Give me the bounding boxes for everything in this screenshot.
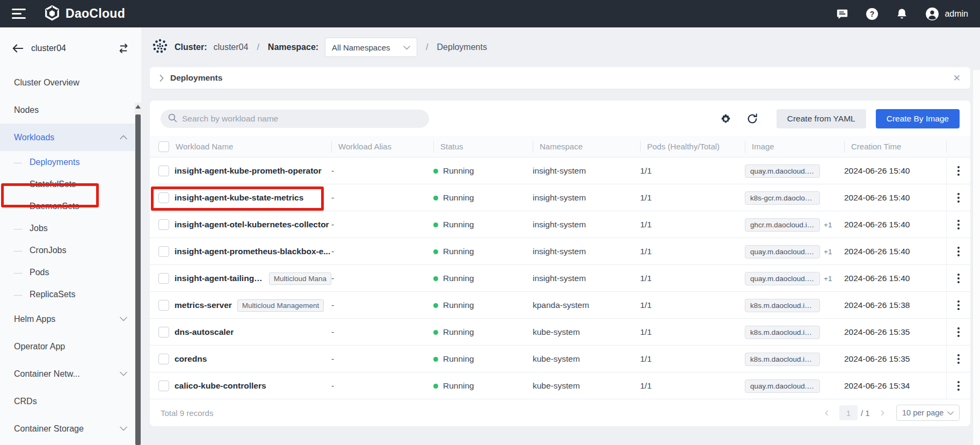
next-page-icon[interactable]: › bbox=[877, 407, 888, 419]
refresh-icon[interactable] bbox=[746, 113, 758, 125]
messages-icon[interactable] bbox=[836, 8, 848, 20]
sidebar-item-cluster-overview[interactable]: Cluster Overview bbox=[0, 69, 141, 96]
image-chip[interactable]: k8s.m.daocloud.io/metri... bbox=[745, 299, 820, 312]
image-chip[interactable]: quay.m.daocloud.io/... bbox=[745, 272, 820, 285]
workload-name[interactable]: metrics-server bbox=[175, 300, 232, 310]
sidebar-item-nodes[interactable]: Nodes bbox=[0, 96, 141, 124]
namespace-select[interactable]: All Namespaces bbox=[325, 38, 417, 57]
sidebar-item-cronjobs[interactable]: — CronJobs bbox=[0, 239, 141, 261]
create-by-image-button[interactable]: Create By Image bbox=[876, 109, 960, 128]
image-chip[interactable]: k8s-gcr.m.daocloud.io/k... bbox=[745, 191, 820, 205]
kebab-menu-icon[interactable] bbox=[955, 379, 962, 393]
row-checkbox[interactable] bbox=[158, 273, 169, 284]
col-workload-name[interactable]: Workload Name bbox=[175, 141, 331, 153]
sidebar-item-daemonsets[interactable]: — DaemonSets bbox=[0, 195, 141, 217]
workload-name[interactable]: insight-agent-kube-state-metrics bbox=[175, 193, 303, 203]
sidebar-item-container-netw[interactable]: Container Netw... bbox=[0, 360, 141, 387]
hamburger-menu-icon[interactable] bbox=[12, 9, 26, 19]
kebab-menu-icon[interactable] bbox=[955, 191, 962, 205]
table-row[interactable]: insight-agent-prometheus-blackbox-e... -… bbox=[150, 238, 970, 265]
workload-name[interactable]: insight-agent-tailing-... bbox=[175, 274, 264, 283]
prev-page-icon[interactable]: ‹ bbox=[822, 407, 832, 419]
row-checkbox[interactable] bbox=[158, 300, 169, 311]
select-all-checkbox[interactable] bbox=[158, 141, 169, 152]
brand[interactable]: DaoCloud bbox=[44, 5, 125, 23]
deployments-collapse-bar[interactable]: Deployments ✕ bbox=[150, 67, 970, 89]
image-chip[interactable]: quay.m.daocloud.io/pro... bbox=[745, 164, 820, 178]
sidebar-item-container-storage[interactable]: Container Storage bbox=[0, 415, 141, 442]
row-checkbox[interactable] bbox=[158, 192, 169, 203]
image-chip[interactable]: quay.m.daocloud.io/p... bbox=[745, 245, 820, 259]
create-from-yaml-button[interactable]: Create from YAML bbox=[776, 109, 866, 128]
row-checkbox[interactable] bbox=[158, 381, 169, 391]
sidebar-item-pods[interactable]: — Pods bbox=[0, 261, 141, 283]
page-number-input[interactable]: 1 bbox=[839, 405, 858, 420]
sidebar-item-replicasets[interactable]: — ReplicaSets bbox=[0, 283, 141, 305]
kebab-menu-icon[interactable] bbox=[955, 218, 962, 232]
table-row[interactable]: insight-agent-kube-prometh-operator - Ru… bbox=[150, 157, 970, 184]
col-status[interactable]: Status bbox=[433, 141, 533, 153]
back-arrow-icon[interactable] bbox=[12, 44, 24, 53]
breadcrumb-cluster-value[interactable]: cluster04 bbox=[213, 42, 248, 52]
scroll-up-arrow-icon[interactable] bbox=[135, 105, 141, 109]
kebab-menu-icon[interactable] bbox=[955, 352, 962, 366]
workload-name[interactable]: insight-agent-kube-prometh-operator bbox=[175, 166, 322, 176]
column-settings-gear-icon[interactable] bbox=[720, 113, 731, 125]
sidebar-item-operator-app[interactable]: Operator App bbox=[0, 333, 141, 360]
per-page-select[interactable]: 10 per page bbox=[896, 405, 960, 421]
col-pods[interactable]: Pods (Healthy/Total) bbox=[640, 141, 745, 153]
user-menu[interactable]: admin bbox=[925, 7, 968, 21]
table-row[interactable]: insight-agent-kube-state-metrics - Runni… bbox=[150, 184, 970, 211]
col-namespace[interactable]: Namespace bbox=[533, 141, 640, 153]
sidebar-scrollbar[interactable] bbox=[135, 103, 141, 445]
image-chip[interactable]: k8s.m.daocloud.io/cored... bbox=[745, 353, 820, 366]
sidebar-item-crds[interactable]: CRDs bbox=[0, 387, 141, 415]
help-icon[interactable]: ? bbox=[866, 8, 879, 20]
workload-name[interactable]: calico-kube-controllers bbox=[175, 381, 266, 391]
workload-name[interactable]: dns-autoscaler bbox=[175, 327, 234, 337]
workload-name[interactable]: insight-agent-prometheus-blackbox-e... bbox=[175, 247, 330, 256]
row-checkbox[interactable] bbox=[158, 246, 169, 257]
row-checkbox[interactable] bbox=[158, 327, 169, 338]
row-checkbox[interactable] bbox=[158, 354, 169, 364]
cluster-switch-icon[interactable] bbox=[118, 43, 129, 54]
workload-name[interactable]: coredns bbox=[175, 354, 207, 364]
table-row[interactable]: insight-agent-tailing-... Multicloud Man… bbox=[150, 265, 970, 292]
table-row[interactable]: dns-autoscaler - Running kube-system 1/1… bbox=[150, 319, 970, 346]
kebab-menu-icon[interactable] bbox=[955, 271, 962, 285]
kebab-menu-icon[interactable] bbox=[955, 325, 962, 339]
sidebar-item-deployments[interactable]: — Deployments bbox=[0, 151, 141, 173]
breadcrumb: Cluster: cluster04 / Namespace: All Name… bbox=[141, 27, 970, 67]
search-box[interactable] bbox=[161, 110, 429, 128]
search-input[interactable] bbox=[182, 114, 422, 124]
image-chip[interactable]: ghcr.m.daocloud.io/o... bbox=[745, 218, 820, 232]
chevron-right-icon[interactable] bbox=[159, 75, 164, 82]
col-creation-time[interactable]: Creation Time bbox=[844, 141, 946, 153]
table-row[interactable]: coredns - Running kube-system 1/1 k8s.m.… bbox=[150, 346, 970, 372]
image-extra-count[interactable]: +1 bbox=[824, 275, 832, 283]
sidebar-scrollbar-thumb[interactable] bbox=[135, 114, 141, 445]
kebab-menu-icon[interactable] bbox=[955, 298, 962, 312]
sidebar-item-workloads[interactable]: Workloads bbox=[0, 124, 141, 151]
image-chip[interactable]: quay.m.daocloud.io/calic... bbox=[745, 379, 820, 393]
row-checkbox[interactable] bbox=[158, 166, 169, 176]
table-row[interactable]: metrics-server Multicloud Management - R… bbox=[150, 292, 970, 319]
col-workload-alias[interactable]: Workload Alias bbox=[331, 141, 433, 153]
col-image[interactable]: Image bbox=[745, 141, 844, 153]
sidebar-item-helm-apps[interactable]: Helm Apps bbox=[0, 305, 141, 333]
page-scrollbar-track[interactable] bbox=[972, 70, 980, 445]
image-extra-count[interactable]: +1 bbox=[824, 221, 832, 229]
image-chip[interactable]: k8s.m.daocloud.io/cpa/cl... bbox=[745, 326, 820, 339]
notifications-bell-icon[interactable] bbox=[896, 8, 908, 20]
kebab-menu-icon[interactable] bbox=[955, 164, 962, 178]
workload-name[interactable]: insight-agent-otel-kubernetes-collector bbox=[175, 220, 329, 229]
pods-cell: 1/1 bbox=[640, 327, 745, 337]
table-row[interactable]: insight-agent-otel-kubernetes-collector … bbox=[150, 211, 970, 238]
image-extra-count[interactable]: +1 bbox=[824, 248, 832, 256]
row-checkbox[interactable] bbox=[158, 219, 169, 230]
kebab-menu-icon[interactable] bbox=[955, 245, 962, 259]
sidebar-item-jobs[interactable]: — Jobs bbox=[0, 217, 141, 239]
table-row[interactable]: calico-kube-controllers - Running kube-s… bbox=[150, 372, 970, 399]
sidebar-item-statefulsets[interactable]: — StatefulSets bbox=[0, 173, 141, 195]
close-icon[interactable]: ✕ bbox=[953, 73, 961, 84]
